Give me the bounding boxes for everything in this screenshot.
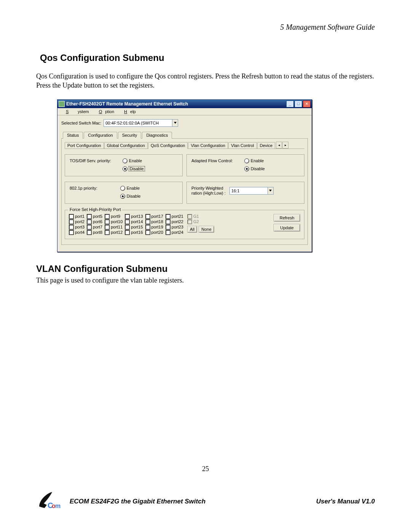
menu-help[interactable]: Help [118, 109, 139, 114]
menu-option[interactable]: Option [93, 109, 117, 114]
g1-checkbox: G1 [187, 214, 214, 219]
port-checkbox-grid: port1 port2 port3 port4 port5 port6 port… [69, 214, 183, 235]
fieldset-legend: Force Set High-Priority Port [68, 207, 122, 212]
port21-checkbox[interactable]: port21 [166, 214, 183, 219]
all-button[interactable]: All [187, 226, 197, 233]
port10-checkbox[interactable]: port10 [105, 219, 123, 224]
port3-checkbox[interactable]: port3 [69, 225, 84, 230]
tab-security[interactable]: Security [118, 132, 142, 139]
page-number: 25 [0, 465, 411, 473]
footer-manual: User's Manual V1.0 [316, 498, 375, 505]
port24-checkbox[interactable]: port24 [166, 230, 183, 235]
section-body-qos: Qos Configuration is used to configure t… [36, 72, 375, 90]
subtab-qos-config[interactable]: QoS Configuration [148, 142, 188, 149]
port20-checkbox[interactable]: port20 [145, 230, 163, 235]
subtab-port-config[interactable]: Port Configuration [65, 142, 104, 149]
afc-label: Adapted Flow Control: [191, 158, 233, 163]
main-tabs: Status Configuration Security Diagnostic… [61, 131, 308, 139]
port22-checkbox[interactable]: port22 [166, 219, 183, 224]
port14-checkbox[interactable]: port14 [125, 219, 143, 224]
subtab-vlan-control[interactable]: Vlan Control [228, 142, 257, 149]
section-body-vlan: This page is used to configure the vlan … [36, 276, 375, 285]
menu-system[interactable]: System [60, 109, 92, 114]
tab-scroll-right-icon[interactable]: ▸ [282, 142, 288, 149]
svg-text:m: m [55, 503, 61, 509]
close-button[interactable]: × [303, 101, 311, 107]
subtab-device[interactable]: Device [257, 142, 276, 149]
update-button[interactable]: Update [274, 224, 300, 232]
ecom-logo-icon: C o m [36, 488, 63, 515]
tab-status[interactable]: Status [63, 132, 83, 139]
8021p-label: 802.1p priority: [70, 186, 97, 190]
port4-checkbox[interactable]: port4 [69, 230, 84, 235]
tab-configuration[interactable]: Configuration [84, 132, 117, 139]
port7-checkbox[interactable]: port7 [87, 225, 102, 230]
tos-panel: TOS/Diff Serv. priority: Enable Disable [65, 154, 183, 176]
port16-checkbox[interactable]: port16 [125, 230, 143, 235]
tos-disable-radio[interactable]: Disable [123, 166, 145, 171]
app-icon [59, 101, 65, 107]
afc-enable-radio[interactable]: Enable [244, 158, 265, 163]
window-titlebar: Ether-FSH2402GT Remote Management Ethern… [57, 100, 312, 108]
tab-diagnostics[interactable]: Diagnostics [142, 132, 172, 139]
port8-checkbox[interactable]: port8 [87, 230, 102, 235]
port5-checkbox[interactable]: port5 [87, 214, 102, 219]
app-window: Ether-FSH2402GT Remote Management Ethern… [57, 99, 312, 252]
port1-checkbox[interactable]: port1 [69, 214, 84, 219]
tos-enable-radio[interactable]: Enable [123, 158, 145, 163]
window-title: Ether-FSH2402GT Remote Management Ethern… [66, 101, 188, 107]
maximize-button[interactable]: □ [295, 101, 302, 107]
afc-disable-radio[interactable]: Disable [244, 166, 265, 171]
footer-product: ECOM ES24F2G the Gigabit Ethernet Switch [70, 498, 206, 505]
8021p-disable-radio[interactable]: Disable [120, 194, 141, 199]
tab-scroll-left-icon[interactable]: ◂ [276, 142, 282, 149]
subtab-global-config[interactable]: Global Configuration [104, 142, 148, 149]
refresh-button[interactable]: Refresh [274, 214, 300, 222]
chevron-down-icon[interactable] [172, 120, 178, 126]
page-footer: C o m ECOM ES24F2G the Gigabit Ethernet … [36, 488, 375, 515]
menubar: System Option Help [57, 108, 312, 115]
priority-ratio-value: 16:1 [231, 189, 268, 193]
port2-checkbox[interactable]: port2 [69, 219, 84, 224]
chapter-header: 5 Management Software Guide [36, 23, 375, 32]
selected-switch-combo[interactable]: 00:4F:52:01:02:0A (SWITCH [104, 119, 178, 127]
port13-checkbox[interactable]: port13 [125, 214, 143, 219]
port17-checkbox[interactable]: port17 [145, 214, 163, 219]
afc-panel: Adapted Flow Control: Enable Disable [186, 154, 304, 176]
force-high-priority-fieldset: Force Set High-Priority Port port1 port2… [65, 210, 304, 239]
pw-label-2: ration (High:Low) : [191, 191, 226, 196]
port12-checkbox[interactable]: port12 [105, 230, 123, 235]
port15-checkbox[interactable]: port15 [125, 225, 143, 230]
port18-checkbox[interactable]: port18 [145, 219, 163, 224]
port9-checkbox[interactable]: port9 [105, 214, 123, 219]
port19-checkbox[interactable]: port19 [145, 225, 163, 230]
8021p-panel: 802.1p priority: Enable Disable [65, 182, 183, 204]
port23-checkbox[interactable]: port23 [166, 225, 183, 230]
sub-tabs: Port Configuration Global Configuration … [65, 142, 304, 149]
minimize-button[interactable]: _ [286, 101, 294, 107]
pw-label-1: Priority Weighted [191, 186, 226, 191]
selected-switch-value: 00:4F:52:01:02:0A (SWITCH [105, 121, 172, 125]
priority-weighted-panel: Priority Weighted ration (High:Low) : 16… [186, 182, 304, 204]
selected-switch-label: Selected Switch Mac: [61, 121, 101, 125]
port6-checkbox[interactable]: port6 [87, 219, 102, 224]
none-button[interactable]: None [199, 226, 214, 233]
chevron-down-icon[interactable] [268, 187, 273, 194]
subtab-vlan-config[interactable]: Vlan Configuration [188, 142, 228, 149]
port11-checkbox[interactable]: port11 [105, 225, 123, 230]
8021p-enable-radio[interactable]: Enable [120, 186, 141, 191]
g2-checkbox: G2 [187, 219, 214, 224]
priority-ratio-combo[interactable]: 16:1 [229, 187, 274, 195]
tos-label: TOS/Diff Serv. priority: [70, 158, 111, 163]
section-title-qos: Qos Configuration Submenu [40, 53, 375, 63]
section-title-vlan: VLAN Configuration Submenu [36, 264, 375, 274]
